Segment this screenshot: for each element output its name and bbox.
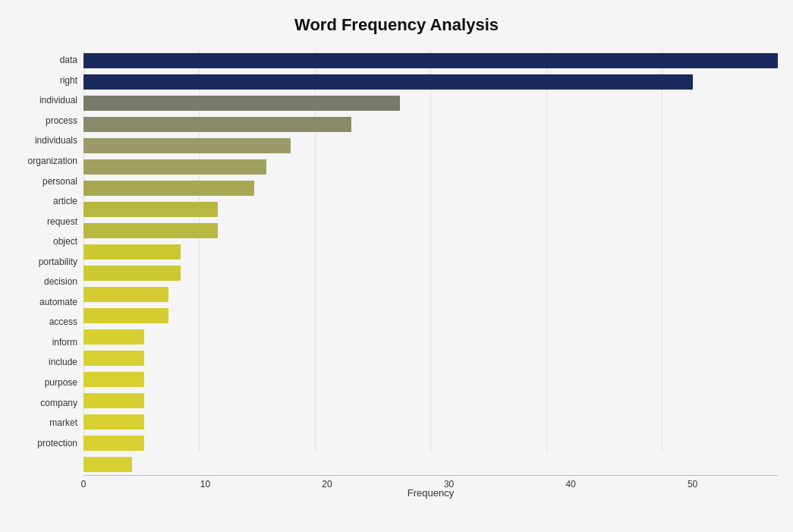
x-tick: 10 [200,479,210,490]
bar [83,159,266,175]
bar-row [83,263,778,284]
bar [83,457,132,472]
bar-row [83,199,778,220]
bar-row [83,156,778,178]
bar [83,436,144,451]
bar [83,372,144,387]
bar [83,117,351,132]
bars-section: Frequency 01020304050 [83,50,778,476]
y-label: company [40,392,77,413]
bar [83,308,168,323]
chart-title: Word Frequency Analysis [15,15,778,35]
chart-container: Word Frequency Analysis datarightindivid… [0,0,793,532]
bar-row [83,220,778,241]
y-label: request [47,211,77,231]
bar-row [83,178,778,199]
x-tick: 50 [688,479,697,490]
bar-row [83,71,778,93]
y-label: purpose [45,373,77,393]
bar-row [83,369,778,390]
bar-row [83,454,778,475]
bar [83,202,218,217]
y-label: automate [39,292,77,313]
x-axis-label: Frequency [83,487,778,499]
y-label: portability [39,251,77,272]
x-tick: 0 [81,479,87,490]
y-label: right [60,71,77,91]
bar-row [83,284,778,305]
bar [83,223,218,238]
y-label: personal [42,171,77,191]
y-label: organization [28,151,77,172]
y-label: article [53,191,77,212]
x-tick: 20 [322,479,332,490]
bar-row [83,390,778,411]
bar [83,244,181,260]
bar-row [83,241,778,263]
bars-wrapper [83,50,778,475]
bar-row [83,305,778,326]
y-label: individuals [35,131,77,151]
bar [83,74,693,90]
y-label: market [49,413,77,433]
y-label: access [49,312,77,332]
bar [83,287,168,302]
bar-row [83,411,778,433]
bar-row [83,135,778,156]
bar [83,393,144,408]
bar [83,329,144,345]
bar-row [83,114,778,135]
bar [83,53,778,68]
x-axis: Frequency 01020304050 [83,475,778,476]
chart-area: datarightindividualprocessindividualsorg… [15,50,778,476]
y-label: object [53,231,77,252]
y-labels: datarightindividualprocessindividualsorg… [15,50,83,476]
bar-row [83,50,778,71]
y-label: inform [52,332,77,353]
x-tick: 40 [565,479,575,490]
bar [83,181,254,196]
bar [83,96,400,111]
y-label: protection [37,433,77,453]
x-tick: 30 [444,479,454,490]
bar-row [83,433,778,454]
bar-row [83,326,778,348]
bar [83,414,144,430]
y-label: process [46,111,77,131]
bar [83,266,181,281]
bar [83,351,144,366]
bar-row [83,348,778,369]
bar-row [83,93,778,114]
y-label: include [49,352,77,373]
bar [83,138,291,153]
y-label: individual [39,90,77,111]
y-label: data [60,50,77,71]
y-label: decision [44,272,77,292]
